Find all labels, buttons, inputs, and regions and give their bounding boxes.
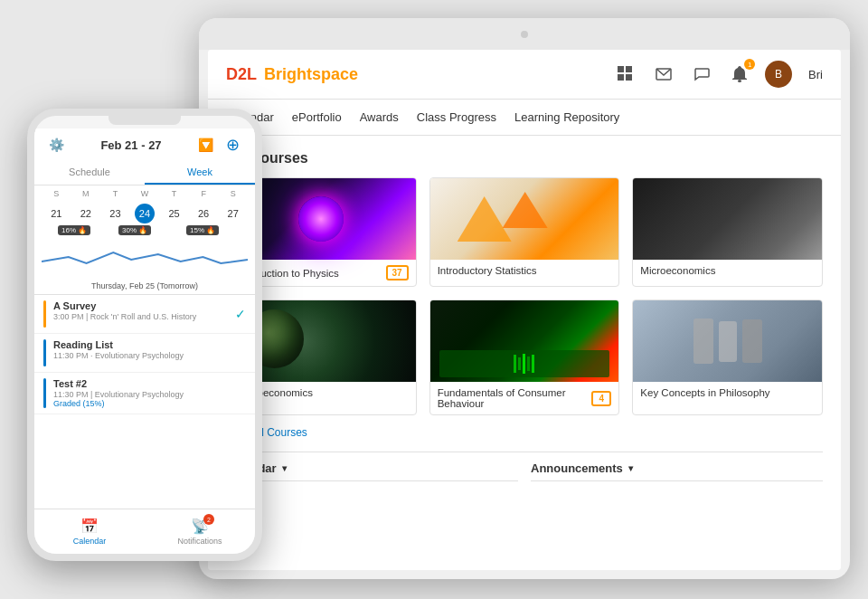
svg-rect-2 bbox=[618, 74, 624, 81]
mobile-date-label: Thursday, Feb 25 (Tomorrow) bbox=[34, 280, 255, 294]
day-label-f: F bbox=[189, 189, 219, 198]
agenda-bar-reading bbox=[43, 339, 46, 366]
mobile-nav-calendar[interactable]: 📅 Calendar bbox=[34, 509, 145, 554]
cal-day-21[interactable]: 21 bbox=[46, 204, 66, 223]
chat-icon[interactable] bbox=[689, 62, 714, 87]
course-badge-consumer: 4 bbox=[591, 391, 611, 406]
mobile-nav-notifications[interactable]: 📡 2 Notifications bbox=[145, 509, 255, 554]
header-username: Bri bbox=[808, 68, 823, 81]
mobile-filter-icon[interactable]: 🔽 bbox=[195, 134, 217, 156]
mobile-tabs: Schedule Week bbox=[34, 161, 255, 185]
agenda-item-survey: A Survey 3:00 PM | Rock 'n' Roll and U.S… bbox=[34, 295, 255, 334]
day-label-m: M bbox=[71, 189, 101, 198]
course-badge-physics: 37 bbox=[386, 265, 409, 280]
agenda-check-icon: ✓ bbox=[235, 307, 246, 321]
svg-point-5 bbox=[738, 80, 741, 82]
day-label-t1: T bbox=[100, 189, 130, 198]
day-label-s2: S bbox=[218, 189, 248, 198]
svg-rect-3 bbox=[626, 74, 632, 81]
logo-brightspace: Brightspace bbox=[264, 65, 358, 84]
mobile-notifications-icon: 📡 2 bbox=[191, 518, 209, 535]
agenda-bar-test bbox=[43, 378, 46, 408]
nav-class-progress[interactable]: Class Progress bbox=[417, 109, 496, 126]
tab-week[interactable]: Week bbox=[145, 161, 255, 185]
desktop-header: D2L Brightspace bbox=[208, 50, 841, 100]
course-card-philosophy[interactable]: Key Concepts in Philosophy bbox=[632, 300, 823, 415]
course-card-micro[interactable]: Microeconomics bbox=[632, 177, 823, 287]
cal-day-22[interactable]: 22 bbox=[76, 204, 96, 223]
announcements-chevron-icon[interactable]: ▾ bbox=[628, 463, 633, 473]
course-card-consumer[interactable]: Fundamentals of Consumer Behaviour 4 bbox=[429, 300, 620, 415]
tab-schedule[interactable]: Schedule bbox=[34, 161, 145, 185]
announcements-section-header: Announcements ▾ bbox=[531, 461, 823, 481]
announcements-section-title: Announcements bbox=[531, 461, 623, 475]
header-icons: 1 B Bri bbox=[613, 61, 823, 88]
course-info-consumer: Fundamentals of Consumer Behaviour 4 bbox=[430, 382, 619, 414]
agenda-subtitle-survey: 3:00 PM | Rock 'n' Roll and U.S. History bbox=[53, 312, 230, 321]
day-label-s: S bbox=[42, 189, 71, 198]
agenda-title-survey: A Survey bbox=[53, 300, 230, 311]
agenda-content-reading: Reading List 11:30 PM · Evolutionary Psy… bbox=[53, 339, 246, 360]
mobile-chart: 16% 🔥 30% 🔥 15% 🔥 bbox=[34, 225, 255, 280]
nav-eportfolio[interactable]: ePortfolio bbox=[292, 109, 342, 126]
mobile-notch bbox=[108, 116, 181, 125]
logo-d2l: D2L bbox=[226, 65, 257, 84]
agenda-bar-survey bbox=[43, 300, 46, 328]
course-info-stats: Introductory Statistics bbox=[430, 260, 619, 281]
nav-awards[interactable]: Awards bbox=[360, 109, 399, 126]
mobile-device: ⚙️ Feb 21 - 27 🔽 ⊕ Schedule Week S M T W… bbox=[27, 109, 262, 561]
course-name-philosophy: Key Concepts in Philosophy bbox=[640, 387, 815, 398]
mobile-calendar-icon: 📅 bbox=[80, 518, 99, 535]
chart-bubble-right: 15% bbox=[190, 226, 204, 234]
avatar-initials: B bbox=[775, 68, 782, 81]
chart-bubble-left: 16% bbox=[61, 226, 76, 234]
agenda-subtitle-reading: 11:30 PM · Evolutionary Psychology bbox=[53, 351, 246, 360]
notifications-badge: 2 bbox=[203, 514, 214, 525]
course-card-stats[interactable]: Introductory Statistics bbox=[429, 177, 620, 287]
mobile-bottom-nav: 📅 Calendar 📡 2 Notifications bbox=[34, 509, 255, 554]
view-all-courses[interactable]: View All Courses bbox=[226, 426, 823, 439]
calendar-chevron-icon[interactable]: ▾ bbox=[282, 463, 287, 473]
course-thumb-philosophy bbox=[633, 300, 822, 382]
agenda-content-test: Test #2 11:30 PM | Evolutionary Psycholo… bbox=[53, 378, 246, 408]
course-thumb-micro bbox=[633, 178, 822, 260]
course-name-consumer: Fundamentals of Consumer Behaviour bbox=[438, 387, 592, 409]
cal-day-26[interactable]: 26 bbox=[193, 204, 213, 223]
day-label-t2: T bbox=[159, 189, 189, 198]
agenda-item-reading: Reading List 11:30 PM · Evolutionary Psy… bbox=[34, 334, 255, 373]
course-name-stats: Introductory Statistics bbox=[438, 265, 612, 276]
agenda-item-test: Test #2 11:30 PM | Evolutionary Psycholo… bbox=[34, 373, 255, 414]
chart-line-svg bbox=[42, 243, 248, 271]
avatar[interactable]: B bbox=[765, 61, 792, 88]
mobile-add-icon[interactable]: ⊕ bbox=[222, 134, 244, 156]
calendar-section: Calendar ▾ bbox=[226, 461, 518, 481]
tablet-device: D2L Brightspace bbox=[199, 18, 850, 579]
cal-day-27[interactable]: 27 bbox=[223, 204, 243, 223]
mail-icon[interactable] bbox=[651, 62, 676, 87]
cal-day-24[interactable]: 24 bbox=[135, 204, 155, 223]
apps-icon[interactable] bbox=[613, 62, 638, 87]
nav-learning-repo[interactable]: Learning Repository bbox=[514, 109, 619, 126]
cal-day-23[interactable]: 23 bbox=[105, 204, 125, 223]
bell-icon[interactable]: 1 bbox=[727, 62, 752, 87]
tablet-camera bbox=[521, 31, 528, 38]
chart-bubble-center: 30% bbox=[122, 226, 137, 234]
mobile-nav-notifications-label: Notifications bbox=[177, 537, 222, 546]
calendar-section-header: Calendar ▾ bbox=[226, 461, 518, 481]
svg-rect-0 bbox=[618, 66, 624, 72]
main-content: My Courses Introduction to Physics 37 bbox=[208, 136, 841, 570]
courses-grid: Introduction to Physics 37 Introductory … bbox=[226, 177, 823, 415]
bottom-sections: Calendar ▾ Announcements ▾ bbox=[226, 461, 823, 481]
mobile-settings-icon[interactable]: ⚙️ bbox=[45, 134, 67, 156]
mobile-cal-days: 21 22 23 24 25 26 27 bbox=[34, 202, 255, 225]
my-courses-title: My Courses bbox=[226, 150, 823, 166]
mobile-date-range: Feb 21 - 27 bbox=[100, 138, 161, 152]
mobile-cal-header: S M T W T F S bbox=[34, 185, 255, 202]
bell-badge: 1 bbox=[744, 59, 755, 70]
mobile-screen: ⚙️ Feb 21 - 27 🔽 ⊕ Schedule Week S M T W… bbox=[34, 128, 255, 521]
course-name-micro: Microeconomics bbox=[640, 265, 815, 276]
cal-day-25[interactable]: 25 bbox=[165, 204, 184, 223]
agenda-title-reading: Reading List bbox=[53, 339, 246, 350]
agenda-grade-test: Graded (15%) bbox=[53, 399, 246, 408]
tablet-screen: D2L Brightspace bbox=[208, 50, 841, 570]
